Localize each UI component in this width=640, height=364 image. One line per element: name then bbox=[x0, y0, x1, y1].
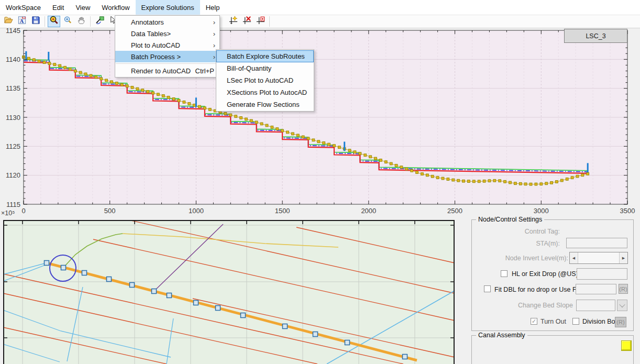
x-tick-label: 2500 bbox=[447, 207, 462, 215]
canal-node[interactable] bbox=[216, 306, 220, 311]
submenu-item-label: Batch Explore SubRoutes bbox=[227, 52, 305, 60]
y-tick-label: 1115 bbox=[6, 201, 20, 208]
legend-lsc3-button[interactable]: LSC_3 bbox=[564, 29, 627, 43]
canal-node[interactable] bbox=[241, 313, 246, 318]
canal-node[interactable] bbox=[194, 301, 198, 305]
submenu-item-label: Generate Flow Sections bbox=[227, 101, 300, 108]
division-box-label: Division Box bbox=[582, 318, 619, 325]
menu-item-plot-to-autocad[interactable]: Plot to AutoCAD› bbox=[115, 39, 219, 51]
station-box-icon bbox=[256, 15, 266, 27]
svg-text:6,3: 6,3 bbox=[22, 16, 26, 19]
spinner-left-button[interactable]: ◀ bbox=[570, 252, 578, 263]
zoom-button[interactable] bbox=[61, 16, 74, 27]
fit-dbl-checkbox[interactable] bbox=[484, 285, 491, 292]
y-tick-label: 1145 bbox=[6, 28, 20, 35]
y-tick-label: 1130 bbox=[6, 114, 20, 122]
toolbar: A6,3 bbox=[0, 15, 640, 28]
y-tick-label: 1125 bbox=[6, 142, 20, 150]
hl-exit-drop-input[interactable] bbox=[577, 268, 627, 280]
menu-view[interactable]: View bbox=[70, 0, 96, 15]
submenu-item-label: Bill-of-Quantity bbox=[227, 64, 271, 72]
menu-item-label: Data Tables> bbox=[131, 30, 171, 38]
spinner-right-button[interactable]: ▶ bbox=[619, 252, 627, 263]
sta-input[interactable] bbox=[566, 238, 627, 248]
canal-node[interactable] bbox=[107, 277, 112, 282]
station-delete-icon bbox=[242, 15, 252, 27]
station-delete-button[interactable] bbox=[240, 16, 253, 27]
canal-node[interactable] bbox=[167, 293, 172, 298]
x-tick-label: 2000 bbox=[361, 207, 376, 215]
canal-node[interactable] bbox=[61, 266, 66, 270]
turn-out-label: Turn Out bbox=[540, 318, 566, 325]
batch-process-submenu: Batch Explore SubRoutesBill-of-QuantityL… bbox=[216, 49, 314, 112]
station-add-icon bbox=[228, 15, 238, 27]
menu-item-label: Render to AutoCAD bbox=[131, 67, 191, 75]
canal-node[interactable] bbox=[130, 283, 135, 288]
submenu-item-label: XSections Plot to AutocAD bbox=[227, 89, 307, 96]
submenu-arrow-icon: › bbox=[213, 18, 215, 26]
canal-node[interactable] bbox=[283, 324, 288, 329]
x-tick-label: 3000 bbox=[534, 207, 549, 215]
submenu-item-label: LSec Plot to AutoCAD bbox=[227, 76, 293, 84]
submenu-item-generate-flow-sections[interactable]: Generate Flow Sections bbox=[216, 98, 314, 111]
change-bed-slope-combo bbox=[576, 300, 627, 311]
station-add-button[interactable] bbox=[227, 16, 239, 27]
menu-item-label: Plot to AutoCAD bbox=[131, 41, 180, 49]
open-file-button[interactable] bbox=[2, 16, 15, 27]
station-box-button[interactable] bbox=[254, 16, 267, 27]
fit-dbl-input[interactable] bbox=[576, 284, 616, 294]
submenu-item-xsections-plot-to-autocad[interactable]: XSections Plot to AutocAD bbox=[216, 86, 314, 98]
canal-node[interactable] bbox=[82, 271, 87, 275]
y-tick-label: 1120 bbox=[6, 171, 20, 179]
division-box-checkbox[interactable] bbox=[572, 318, 579, 325]
submenu-arrow-icon: › bbox=[213, 41, 215, 49]
menu-item-render-to-autocad[interactable]: Render to AutoCADCtrl+P bbox=[115, 65, 219, 76]
plan-view-map[interactable] bbox=[3, 220, 456, 364]
axis-multiplier-label: ×10⁵ bbox=[1, 209, 15, 217]
menu-workflow[interactable]: Workflow bbox=[96, 0, 135, 15]
menu-help[interactable]: Help bbox=[200, 0, 226, 15]
fit-dbl-reset-button[interactable]: (R) bbox=[619, 284, 628, 294]
chevron-down-icon bbox=[619, 302, 625, 307]
canal-node[interactable] bbox=[45, 261, 49, 266]
canal-assembly-title: Canal Assembly bbox=[476, 332, 527, 339]
menu-item-label: Batch Process > bbox=[131, 53, 181, 61]
annotate-text-button[interactable]: A6,3 bbox=[16, 16, 28, 27]
hl-exit-drop-checkbox[interactable] bbox=[501, 270, 507, 277]
x-tick-label: 1500 bbox=[275, 207, 290, 215]
menu-item-annotators[interactable]: Annotators› bbox=[115, 16, 219, 28]
lsec-chart[interactable]: 0500100015002000250030003500111511201125… bbox=[0, 28, 640, 217]
toolbar-separator bbox=[269, 16, 270, 27]
submenu-item-bill-of-quantity[interactable]: Bill-of-Quantity bbox=[216, 62, 314, 74]
menu-separator bbox=[116, 63, 219, 64]
node-invert-level-value[interactable] bbox=[578, 252, 619, 263]
menu-edit[interactable]: Edit bbox=[47, 0, 70, 15]
submenu-item-batch-explore-subroutes[interactable]: Batch Explore SubRoutes bbox=[216, 50, 314, 62]
division-box-reset-button[interactable]: (R) bbox=[615, 317, 626, 327]
lsec-chart-area: 0500100015002000250030003500111511201125… bbox=[0, 28, 640, 217]
submenu-item-lsec-plot-to-autocad[interactable]: LSec Plot to AutoCAD bbox=[216, 74, 314, 86]
control-tag-label: Control Tag: bbox=[525, 228, 560, 235]
submenu-arrow-icon: › bbox=[213, 53, 215, 61]
node-control-settings-title: Node/Control Settings bbox=[476, 216, 544, 223]
menu-item-batch-process[interactable]: Batch Process >› bbox=[115, 51, 219, 62]
add-node-link-icon bbox=[95, 15, 105, 27]
change-bed-slope-dropdown-button[interactable] bbox=[617, 300, 627, 311]
menu-item-label: Annotators bbox=[131, 18, 164, 26]
canal-node[interactable] bbox=[152, 289, 157, 294]
canal-assembly-color-button[interactable] bbox=[621, 340, 632, 351]
x-tick-label: 500 bbox=[104, 207, 116, 215]
canal-node[interactable] bbox=[403, 355, 407, 359]
menu-explore-solutions[interactable]: Explore Solutions bbox=[136, 0, 200, 15]
pan-button[interactable] bbox=[75, 16, 87, 27]
save-button[interactable] bbox=[29, 16, 42, 27]
menu-workspace[interactable]: WorkSpace bbox=[0, 0, 47, 15]
menu-item-data-tables[interactable]: Data Tables>› bbox=[115, 28, 219, 39]
open-file-icon bbox=[4, 15, 14, 27]
canal-node[interactable] bbox=[345, 340, 350, 345]
canal-node[interactable] bbox=[313, 332, 318, 337]
add-node-link-button[interactable] bbox=[93, 16, 106, 27]
change-bed-slope-value[interactable] bbox=[576, 300, 615, 311]
zoom-in-button[interactable] bbox=[48, 16, 60, 27]
turn-out-checkbox[interactable]: ✓ bbox=[531, 318, 537, 325]
